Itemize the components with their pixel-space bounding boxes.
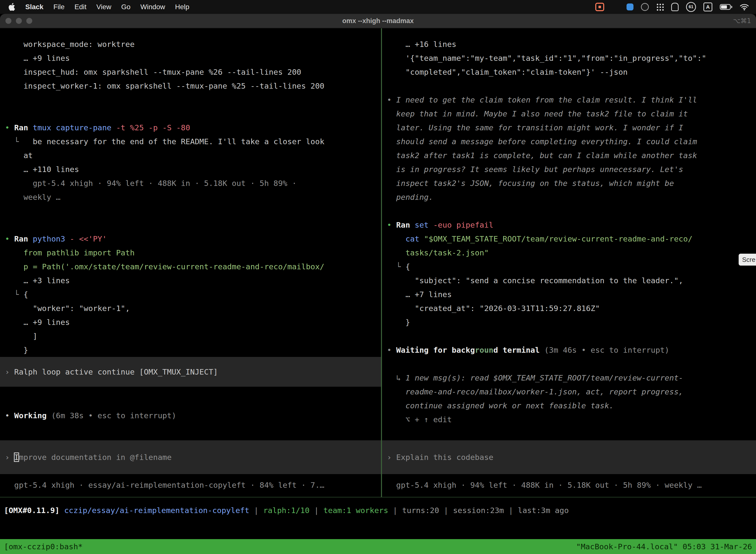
text-segment: '{"team_name":"my-team","task_id":"1","f… (387, 54, 706, 63)
blue-app-icon[interactable] (627, 3, 633, 10)
window-titlebar[interactable]: omx --xhigh --madmax ⌥⌘1 (0, 14, 756, 28)
text-segment: ] (5, 332, 38, 340)
battery-badge-icon[interactable]: 61 (686, 2, 696, 12)
text-segment: inspect_worker-1: omx sparkshell --tmux-… (5, 81, 324, 90)
text-segment: (6m 38s • esc to interrupt) (51, 411, 176, 420)
terminal-line: • Waiting for background terminal (3m 46… (382, 343, 756, 357)
prompt-suggestion[interactable]: › Explain this codebase (382, 440, 756, 474)
terminal-line: └ { (382, 260, 756, 274)
text-cursor: I (14, 453, 19, 462)
terminal-line: '{"team_name":"my-team","task_id":"1","f… (382, 51, 756, 65)
text-segment (10, 234, 14, 243)
terminal-line: • Ran set -euo pipefail (382, 218, 756, 232)
text-segment: • (5, 123, 10, 132)
text-segment: from pathlib import Path (5, 248, 135, 257)
terminal-line: task2 after task1 is complete, but can I… (382, 149, 756, 162)
text-segment: … +9 lines (5, 318, 70, 327)
text-segment (10, 123, 14, 132)
screen-record-icon[interactable] (595, 3, 604, 11)
text-segment: cczip/essay/ai-reimplementation-copyleft (64, 506, 250, 515)
tmux-session-label: [omx-cczip0:bash* (4, 542, 82, 551)
terminal-line: workspace_mode: worktree (0, 37, 381, 51)
text-segment: last:3m ago (518, 506, 569, 515)
ralph-loop-banner: › Ralph loop active continue [OMX_TMUX_I… (0, 357, 381, 387)
text-segment: { (405, 262, 410, 271)
text-segment (47, 411, 51, 420)
menu-view[interactable]: View (91, 3, 116, 11)
text-segment (392, 220, 396, 229)
terminal-line: • Ran tmux capture-pane -t %25 -p -S -80 (0, 121, 381, 134)
battery-icon[interactable] (720, 4, 732, 10)
zoom-button[interactable] (26, 18, 32, 24)
window-shortcut-hint: ⌥⌘1 (733, 17, 751, 24)
text-segment: | (249, 506, 263, 515)
text-segment: • (5, 234, 10, 243)
dark-app-icon[interactable] (641, 3, 649, 11)
band-line: › Improve documentation in @filename (0, 450, 172, 464)
text-segment: • (387, 345, 396, 354)
text-segment: p = Path('.omx/state/team/review-current… (5, 262, 324, 271)
terminal-line: p = Path('.omx/state/team/review-current… (0, 260, 381, 274)
terminal-line: readme-and-reco/mailbox/worker-1.json, a… (382, 385, 756, 399)
menu-bar: Slack File Edit View Go Window Help 61 A (0, 0, 756, 14)
text-segment: be necessary for the end of the README. … (33, 137, 324, 146)
input-source-icon[interactable]: A (703, 2, 712, 11)
text-segment: └ (387, 262, 405, 271)
text-segment: inspect_hud: omx sparkshell --tmux-pane … (5, 67, 301, 76)
menu-window[interactable]: Window (135, 3, 170, 11)
terminal-line (0, 93, 381, 107)
terminal-line: inspect_hud: omx sparkshell --tmux-pane … (0, 65, 381, 79)
text-segment: ⌥ + ↑ edit (387, 415, 452, 424)
text-segment (540, 345, 545, 354)
text-segment: Ran (14, 234, 33, 243)
text-segment: d terminal (493, 345, 540, 354)
text-segment: └ (5, 137, 33, 146)
app-menu-slack[interactable]: Slack (20, 3, 48, 11)
terminal-line: └ be necessary for the end of the README… (0, 134, 381, 149)
menu-file[interactable]: File (48, 3, 69, 11)
prompt-input[interactable]: › Improve documentation in @filename (0, 440, 381, 474)
text-segment: I need to get the claim token from the c… (396, 95, 697, 104)
terminal-line: at (0, 149, 381, 162)
text-segment: "created_at": "2026-03-31T11:59:27.816Z" (387, 304, 600, 313)
terminal-line: should send a message before completing … (382, 134, 756, 149)
terminal-line: "created_at": "2026-03-31T11:59:27.816Z" (382, 301, 756, 315)
text-segment: team:1 workers (323, 506, 388, 515)
terminal-line: • I need to get the claim token from the… (382, 93, 756, 107)
menu-edit[interactable]: Edit (69, 3, 91, 11)
terminal-line: └ { (0, 287, 381, 301)
text-segment: "worker": "worker-1", (5, 304, 130, 313)
band-line: › Explain this codebase (382, 450, 493, 464)
text-segment: | (504, 506, 518, 515)
dots-grid-icon[interactable] (656, 3, 664, 11)
apple-icon (8, 3, 15, 11)
tmux-host-time: "MacBook-Pro-44.local" 05:03 31-Mar-26 (576, 542, 752, 551)
ghost-app-icon[interactable] (671, 3, 679, 11)
terminal-line: cat "$OMX_TEAM_STATE_ROOT/team/review-cu… (382, 232, 756, 246)
text-segment: Explain this codebase (396, 453, 493, 462)
gap (0, 474, 381, 478)
menu-go[interactable]: Go (116, 3, 135, 11)
terminal-line: gpt-5.4 xhigh · 94% left · 488K in · 5.1… (0, 176, 381, 190)
menu-bar-status-icons: 61 A (595, 2, 749, 12)
terminal-line: • Ran python3 - <<'PY' (0, 232, 381, 246)
wifi-icon[interactable] (740, 3, 749, 11)
terminal-line: "subject": "send a concise recommendatio… (382, 274, 756, 287)
text-segment: set (415, 220, 429, 229)
terminal-line (0, 218, 381, 232)
window-grid-icon[interactable] (612, 4, 619, 10)
terminal-line: "completed","claim_token":"claim-token"}… (382, 65, 756, 79)
close-button[interactable] (5, 18, 11, 24)
terminal-line: … +16 lines (382, 37, 756, 51)
text-segment: Ran (14, 123, 33, 132)
menu-help[interactable]: Help (170, 3, 194, 11)
text-segment: (3m 46s • esc to interrupt) (545, 345, 670, 354)
desktop: Slack File Edit View Go Window Help 61 A (0, 0, 756, 554)
text-segment: inspect task2's JSON, focusing on the st… (387, 179, 674, 188)
text-segment: • (387, 220, 392, 229)
text-segment: mprove documentation in @filename (19, 453, 172, 462)
text-segment: later. Using the same for transition mig… (387, 123, 683, 132)
terminal-line: tasks/task-2.json" (382, 246, 756, 260)
apple-menu[interactable] (7, 3, 20, 11)
minimize-button[interactable] (16, 18, 22, 24)
